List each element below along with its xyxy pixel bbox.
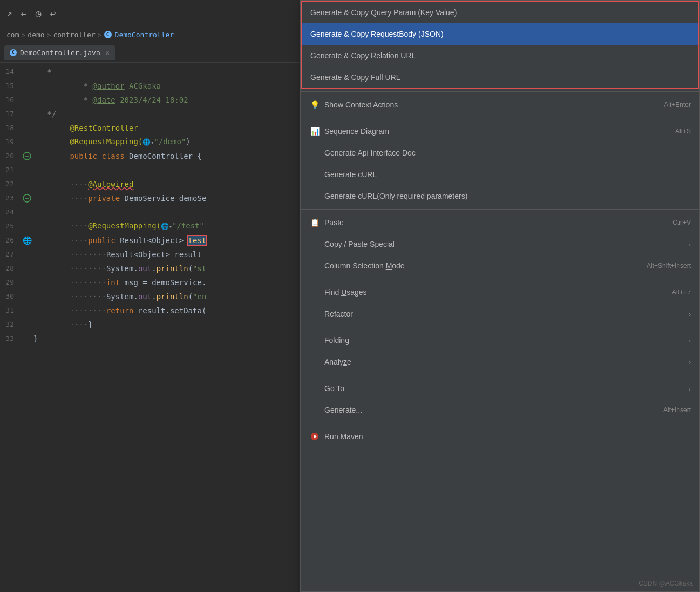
generate-text: Generate... bbox=[309, 406, 653, 414]
undo-icon[interactable]: ↩ bbox=[50, 8, 56, 19]
divider-2 bbox=[301, 118, 699, 118]
menu-item-goto[interactable]: Go To › bbox=[301, 378, 699, 399]
watermark: CSDN @ACGkaka bbox=[638, 580, 693, 587]
menu-item-request-body[interactable]: Generate & Copy RequestBody (JSON) bbox=[302, 23, 698, 45]
history-icon[interactable]: ◷ bbox=[36, 8, 42, 19]
breadcrumb-com[interactable]: com bbox=[6, 31, 19, 39]
divider-6 bbox=[301, 375, 699, 375]
menu-item-refactor[interactable]: Refactor › bbox=[301, 303, 699, 325]
menu-item-folding[interactable]: Folding › bbox=[301, 329, 699, 351]
breadcrumb-class[interactable]: DemoController bbox=[115, 31, 174, 39]
run-maven-icon bbox=[309, 432, 320, 441]
gutter-26: 🌐 bbox=[21, 233, 33, 247]
line-num-19: 19 bbox=[0, 135, 21, 149]
line-num-15: 15 bbox=[0, 79, 21, 93]
menu-item-column-selection[interactable]: Column Selection Mode Alt+Shift+Insert bbox=[301, 255, 699, 277]
refactor-arrow: › bbox=[689, 310, 691, 318]
breadcrumb-sep-1: > bbox=[21, 31, 25, 39]
menu-item-relation-url[interactable]: Generate & Copy Relation URL bbox=[302, 45, 698, 66]
line-num-21: 21 bbox=[0, 163, 21, 177]
context-actions-text: 💡 Show Context Actions bbox=[309, 100, 653, 109]
paste-shortcut: Ctrl+V bbox=[672, 219, 691, 226]
copy-paste-label: Copy / Paste Special bbox=[324, 240, 684, 248]
breadcrumb-sep-3: > bbox=[98, 31, 102, 39]
relation-url-label: Generate & Copy Relation URL bbox=[310, 51, 690, 60]
code-area: 14 * 15 * @author ACGkaka 16 * @date 202… bbox=[0, 63, 302, 348]
menu-item-run-maven[interactable]: Run Maven bbox=[301, 426, 699, 447]
menu-item-curl-required[interactable]: Generate cURL(Only required parameters) bbox=[301, 185, 699, 207]
tab-democontroller[interactable]: C DemoController.java × bbox=[4, 45, 115, 60]
divider-5 bbox=[301, 327, 699, 327]
menu-item-generate[interactable]: Generate... Alt+Insert bbox=[301, 399, 699, 421]
divider-7 bbox=[301, 423, 699, 423]
api-doc-text: Generate Api Interface Doc bbox=[309, 149, 691, 157]
class-name-20: DemoController bbox=[129, 152, 197, 160]
goto-label: Go To bbox=[324, 384, 684, 393]
menu-item-find-usages[interactable]: Find Usages Alt+F7 bbox=[301, 281, 699, 303]
external-link-icon[interactable]: ↗ bbox=[6, 8, 12, 19]
sequence-shortcut: Alt+S bbox=[675, 127, 691, 135]
folding-label: Folding bbox=[324, 336, 684, 345]
full-url-label: Generate & Copy Full URL bbox=[310, 73, 690, 82]
toolbar: ↗ ← ◷ ↩ bbox=[0, 0, 302, 26]
demo-service-type: DemoService demoSe bbox=[125, 194, 207, 203]
refactor-text: Refactor bbox=[309, 310, 684, 318]
context-actions-label: Show Context Actions bbox=[324, 100, 653, 109]
public-kw-20: public bbox=[70, 152, 101, 160]
generate-copy-section: Generate & Copy Query Param (Key Value) … bbox=[301, 1, 699, 89]
menu-item-api-doc[interactable]: Generate Api Interface Doc bbox=[301, 142, 699, 164]
line-num-23: 23 bbox=[0, 191, 21, 205]
line-num-24: 24 bbox=[0, 205, 21, 219]
line-num-33: 33 bbox=[0, 332, 21, 346]
code-line-32: 32 ····} bbox=[0, 318, 302, 332]
line-num-32: 32 bbox=[0, 318, 21, 332]
no-entry-icon-23 bbox=[23, 194, 31, 203]
class-kw-20: class bbox=[101, 152, 129, 160]
back-icon[interactable]: ← bbox=[21, 8, 27, 19]
menu-item-curl[interactable]: Generate cURL bbox=[301, 164, 699, 185]
line-content-33: } bbox=[33, 332, 302, 346]
line-num-31: 31 bbox=[0, 304, 21, 318]
comment-star2: * bbox=[70, 96, 92, 104]
column-selection-shortcut: Alt+Shift+Insert bbox=[647, 262, 691, 270]
gutter-23 bbox=[21, 194, 33, 203]
code-line-23: 23 ····private DemoService demoSe bbox=[0, 191, 302, 205]
menu-item-paste[interactable]: 📋 Paste Ctrl+V bbox=[301, 212, 699, 233]
curl-required-label: Generate cURL(Only required parameters) bbox=[324, 192, 691, 200]
line-num-28: 28 bbox=[0, 261, 21, 275]
menu-item-copy-paste-special[interactable]: Copy / Paste Special › bbox=[301, 233, 699, 255]
dots-32: ···· bbox=[70, 320, 88, 329]
column-selection-text: Column Selection Mode bbox=[309, 261, 636, 270]
line-num-14: 14 bbox=[0, 65, 21, 79]
menu-item-full-url[interactable]: Generate & Copy Full URL bbox=[302, 66, 698, 88]
find-usages-shortcut: Alt+F7 bbox=[672, 288, 691, 296]
class-icon: C bbox=[104, 31, 112, 38]
paste-icon: 📋 bbox=[309, 218, 320, 227]
date-val: 2023/4/24 18:02 bbox=[115, 96, 188, 104]
menu-item-query-param[interactable]: Generate & Copy Query Param (Key Value) bbox=[302, 2, 698, 23]
paste-label: Paste bbox=[324, 218, 662, 227]
breadcrumb-sep-2: > bbox=[47, 31, 51, 39]
find-usages-label: Find Usages bbox=[324, 288, 661, 297]
no-entry-icon-20 bbox=[23, 152, 31, 160]
refactor-label: Refactor bbox=[324, 310, 684, 318]
breadcrumb: com > demo > controller > C DemoControll… bbox=[0, 26, 302, 43]
context-actions-shortcut: Alt+Enter bbox=[664, 101, 691, 109]
gutter-20 bbox=[21, 152, 33, 160]
divider-4 bbox=[301, 279, 699, 279]
request-body-label: Generate & Copy RequestBody (JSON) bbox=[310, 30, 690, 38]
menu-item-context-actions[interactable]: 💡 Show Context Actions Alt+Enter bbox=[301, 94, 699, 116]
paste-text: 📋 Paste bbox=[309, 218, 662, 227]
breadcrumb-controller[interactable]: controller bbox=[53, 31, 95, 39]
menu-item-sequence-diagram[interactable]: 📊 Sequence Diagram Alt+S bbox=[301, 120, 699, 142]
tab-bar: C DemoController.java × bbox=[0, 43, 302, 63]
query-param-label: Generate & Copy Query Param (Key Value) bbox=[310, 8, 690, 17]
line-num-20: 20 bbox=[0, 149, 21, 163]
folding-text: Folding bbox=[309, 336, 684, 345]
divider-3 bbox=[301, 209, 699, 210]
menu-item-analyze[interactable]: Analyze › bbox=[301, 351, 699, 373]
line-num-18: 18 bbox=[0, 121, 21, 135]
goto-arrow: › bbox=[689, 385, 691, 393]
breadcrumb-demo[interactable]: demo bbox=[28, 31, 44, 39]
tab-close-button[interactable]: × bbox=[106, 49, 110, 57]
